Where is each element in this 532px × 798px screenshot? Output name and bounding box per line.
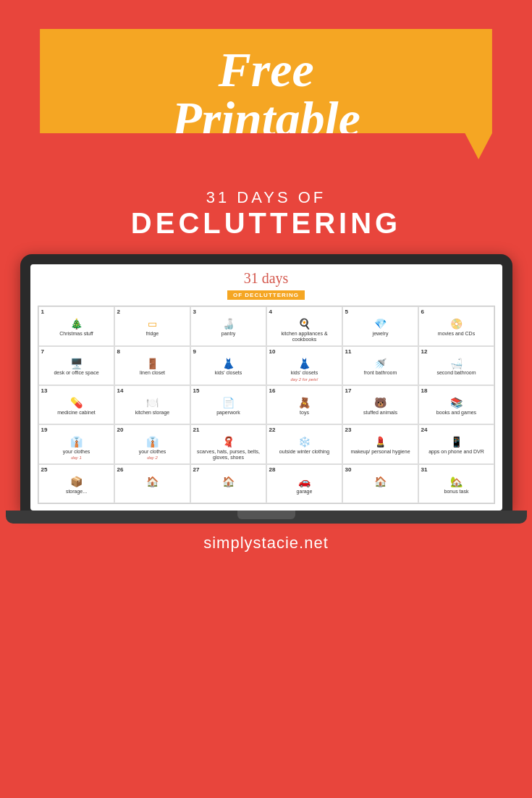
day-4: 4 🍳 kitchen appliances & cookbooks xyxy=(266,306,342,346)
day-28: 28 🚗 garage xyxy=(266,464,342,503)
day-12: 12 🛁 second bathroom xyxy=(418,346,494,386)
laptop-screen: 31 days OF DECLUTTERING 1 🎄 Christmas st… xyxy=(30,264,502,511)
scarves-icon: 🧣 xyxy=(194,436,263,448)
day-20: 20 👔 your clothes day 2 xyxy=(114,424,190,464)
garage-icon: 🚗 xyxy=(270,476,339,488)
day-14: 14 🍽️ kitchen storage xyxy=(114,385,190,424)
clothes1-icon: 👔 xyxy=(42,436,111,448)
laptop-notch xyxy=(237,511,295,519)
home31-icon: 🏡 xyxy=(422,476,491,488)
day-25: 25 📦 storage... xyxy=(38,464,114,503)
of-label: OF DECLUTTERING xyxy=(227,290,305,300)
day-8: 8 🚪 linen closet xyxy=(114,346,190,386)
stuffed-icon: 🐻 xyxy=(346,397,415,409)
storage-icon: 📦 xyxy=(42,476,111,488)
christmas-icon: 🎄 xyxy=(42,318,111,330)
home26-icon: 🏠 xyxy=(118,476,187,488)
bathroom1-icon: 🚿 xyxy=(346,358,415,370)
kids-closet2-icon: 👗 xyxy=(270,358,339,370)
day-19: 19 👔 your clothes day 1 xyxy=(38,424,114,464)
bathroom2-icon: 🛁 xyxy=(422,358,491,370)
home30-icon: 🏠 xyxy=(346,476,415,488)
calendar-title: 31 days OF DECLUTTERING xyxy=(38,270,495,303)
site-url: simplystacie.net xyxy=(203,534,329,552)
makeup-icon: 💄 xyxy=(346,436,415,448)
toys-icon: 🧸 xyxy=(270,397,339,409)
appliances-icon: 🍳 xyxy=(270,318,339,330)
winter-icon: ❄️ xyxy=(270,436,339,448)
laptop-base xyxy=(6,511,527,524)
day-27: 27 🏠 xyxy=(190,464,266,503)
fridge-icon: ▭ xyxy=(118,318,187,330)
day-18: 18 📚 books and games xyxy=(418,385,494,424)
calendar-grid: 1 🎄 Christmas stuff 2 ▭ fridge xyxy=(38,306,495,504)
day-9: 9 👗 kids' closets xyxy=(190,346,266,386)
day-24: 24 📱 apps on phone and DVR xyxy=(418,424,494,464)
day-7: 7 🖥️ desk or office space xyxy=(38,346,114,386)
printable-content: 31 days OF DECLUTTERING 1 🎄 Christmas st… xyxy=(30,264,502,510)
linen-icon: 🚪 xyxy=(118,358,187,370)
banner-section: Free Printable xyxy=(0,0,532,174)
day-16: 16 🧸 toys xyxy=(266,385,342,424)
day-31: 31 🏡 bonus task xyxy=(418,464,494,503)
day-15: 15 📄 paperwork xyxy=(190,385,266,424)
day-13: 13 💊 medicine cabinet xyxy=(38,385,114,424)
day-30: 30 🏠 xyxy=(342,464,418,503)
day-17: 17 🐻 stuffed animals xyxy=(342,385,418,424)
free-text: Free xyxy=(69,45,463,94)
day-2: 2 ▭ fridge xyxy=(114,306,190,346)
day-10: 10 👗 kids' closets day 2 for pets! xyxy=(266,346,342,386)
jewelry-icon: 💎 xyxy=(346,318,415,330)
day-1: 1 🎄 Christmas stuff xyxy=(38,306,114,346)
clothes2-icon: 👔 xyxy=(118,436,187,448)
days-of-label: 31 DAYS OF xyxy=(0,188,532,207)
medicine-icon: 💊 xyxy=(42,397,111,409)
desk-icon: 🖥️ xyxy=(42,358,111,370)
decluttering-label: DECLUTTERING xyxy=(0,207,532,240)
day-6: 6 📀 movies and CDs xyxy=(418,306,494,346)
laptop-mockup: 31 days OF DECLUTTERING 1 🎄 Christmas st… xyxy=(20,254,512,511)
day-5: 5 💎 jewelry xyxy=(342,306,418,346)
day-23: 23 💄 makeup/ personal hygiene xyxy=(342,424,418,464)
paperwork-icon: 📄 xyxy=(194,397,263,409)
books-icon: 📚 xyxy=(422,397,491,409)
kids-closet-icon: 👗 xyxy=(194,358,263,370)
kitchen-icon: 🍽️ xyxy=(118,397,187,409)
apps-icon: 📱 xyxy=(422,436,491,448)
site-footer: simplystacie.net xyxy=(0,534,532,560)
home27-icon: 🏠 xyxy=(194,476,263,488)
pantry-icon: 🍶 xyxy=(194,318,263,330)
day-11: 11 🚿 front bathroom xyxy=(342,346,418,386)
banner-ribbon: Free Printable xyxy=(40,29,492,159)
day-26: 26 🏠 xyxy=(114,464,190,503)
day-22: 22 ❄️ outside winter clothing xyxy=(266,424,342,464)
subtitle-area: 31 DAYS OF DECLUTTERING xyxy=(0,174,532,247)
printable-text: Printable xyxy=(69,94,463,143)
movies-icon: 📀 xyxy=(422,318,491,330)
day-21: 21 🧣 scarves, hats, purses, belts, glove… xyxy=(190,424,266,464)
day-3: 3 🍶 pantry xyxy=(190,306,266,346)
script-title: 31 days xyxy=(38,270,495,287)
